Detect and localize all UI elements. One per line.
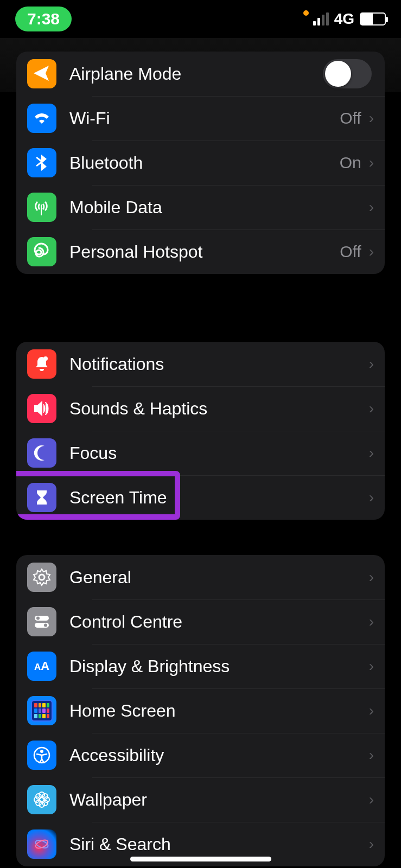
row-mobile-data[interactable]: Mobile Data› bbox=[16, 185, 385, 229]
row-general[interactable]: General› bbox=[16, 555, 385, 599]
home-grid-icon bbox=[27, 696, 56, 725]
wifi-icon bbox=[27, 104, 56, 133]
privacy-indicator-dot bbox=[303, 10, 309, 16]
chevron-right-icon: › bbox=[369, 489, 374, 506]
home-indicator[interactable] bbox=[130, 857, 271, 861]
bluetooth-icon bbox=[27, 148, 56, 177]
row-accessibility[interactable]: Accessibility› bbox=[16, 733, 385, 777]
row-focus[interactable]: Focus› bbox=[16, 431, 385, 475]
cellular-signal-icon bbox=[313, 12, 329, 25]
row-display[interactable]: AADisplay & Brightness› bbox=[16, 644, 385, 688]
moon-icon bbox=[27, 438, 56, 468]
switches-icon bbox=[27, 607, 56, 636]
chevron-right-icon: › bbox=[369, 243, 374, 260]
row-airplane[interactable]: Airplane Mode bbox=[16, 52, 385, 96]
chevron-right-icon: › bbox=[369, 444, 374, 462]
battery-icon bbox=[360, 12, 386, 25]
row-wallpaper[interactable]: Wallpaper› bbox=[16, 777, 385, 822]
chevron-right-icon: › bbox=[369, 355, 374, 373]
speaker-icon bbox=[27, 394, 56, 423]
row-notifications[interactable]: Notifications› bbox=[16, 342, 385, 386]
chevron-right-icon: › bbox=[369, 658, 374, 675]
chevron-right-icon: › bbox=[369, 746, 374, 764]
chevron-right-icon: › bbox=[369, 702, 374, 719]
aa-icon: AA bbox=[27, 652, 56, 681]
chevron-right-icon: › bbox=[369, 400, 374, 417]
row-label: Control Centre bbox=[69, 612, 369, 632]
network-type-label: 4G bbox=[334, 10, 354, 28]
row-value: Off bbox=[340, 242, 361, 261]
chevron-right-icon: › bbox=[369, 835, 374, 853]
gear-icon bbox=[27, 563, 56, 592]
row-label: Bluetooth bbox=[69, 153, 340, 173]
settings-group-system: General›Control Centre›AADisplay & Brigh… bbox=[16, 555, 385, 866]
chevron-right-icon: › bbox=[369, 791, 374, 808]
chevron-right-icon: › bbox=[369, 613, 374, 630]
status-bar: 7:38 4G bbox=[0, 0, 401, 38]
chevron-right-icon: › bbox=[369, 199, 374, 216]
row-label: Display & Brightness bbox=[69, 656, 369, 676]
chevron-right-icon: › bbox=[369, 110, 374, 127]
chevron-right-icon: › bbox=[369, 154, 374, 171]
hourglass-icon bbox=[27, 483, 56, 512]
row-label: General bbox=[69, 567, 369, 588]
siri-icon bbox=[27, 829, 56, 859]
status-time-pill[interactable]: 7:38 bbox=[15, 7, 72, 31]
row-wifi[interactable]: Wi-FiOff› bbox=[16, 96, 385, 141]
row-label: Airplane Mode bbox=[69, 64, 323, 84]
chevron-right-icon: › bbox=[369, 569, 374, 586]
row-label: Notifications bbox=[69, 354, 369, 374]
settings-group-connectivity: Airplane ModeWi-FiOff›BluetoothOn›Mobile… bbox=[16, 52, 385, 274]
row-hotspot[interactable]: Personal HotspotOff› bbox=[16, 229, 385, 274]
row-label: Siri & Search bbox=[69, 834, 369, 854]
accessibility-icon bbox=[27, 741, 56, 770]
airplane-icon bbox=[27, 59, 56, 88]
row-value: On bbox=[340, 154, 361, 172]
row-sounds[interactable]: Sounds & Haptics› bbox=[16, 386, 385, 431]
row-label: Accessibility bbox=[69, 745, 369, 765]
row-label: Mobile Data bbox=[69, 197, 369, 218]
toggle[interactable] bbox=[323, 59, 372, 88]
row-control-centre[interactable]: Control Centre› bbox=[16, 599, 385, 644]
row-label: Home Screen bbox=[69, 701, 369, 721]
settings-group-alerts: Notifications›Sounds & Haptics›Focus›Scr… bbox=[16, 342, 385, 520]
row-bluetooth[interactable]: BluetoothOn› bbox=[16, 141, 385, 185]
hotspot-icon bbox=[27, 237, 56, 266]
row-value: Off bbox=[340, 109, 361, 127]
row-label: Screen Time bbox=[69, 488, 369, 508]
bell-icon bbox=[27, 349, 56, 379]
row-screen-time[interactable]: Screen Time› bbox=[16, 475, 385, 520]
row-label: Wi-Fi bbox=[69, 108, 340, 129]
settings-scroll-area[interactable]: Airplane ModeWi-FiOff›BluetoothOn›Mobile… bbox=[0, 92, 401, 868]
row-label: Focus bbox=[69, 443, 369, 463]
row-label: Personal Hotspot bbox=[69, 242, 340, 262]
row-label: Sounds & Haptics bbox=[69, 399, 369, 419]
antenna-icon bbox=[27, 193, 56, 222]
flower-icon bbox=[27, 785, 56, 814]
row-label: Wallpaper bbox=[69, 790, 369, 810]
row-home-screen[interactable]: Home Screen› bbox=[16, 688, 385, 733]
